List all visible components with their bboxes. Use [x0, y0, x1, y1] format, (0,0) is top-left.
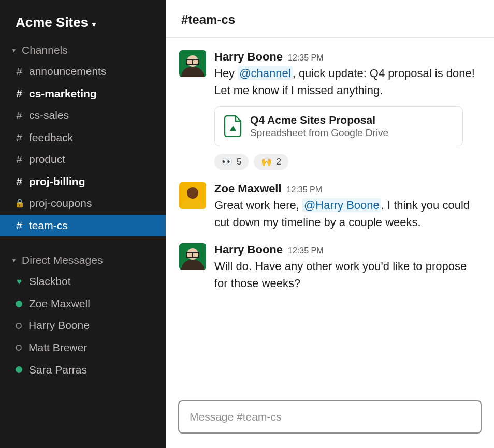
reaction-emoji: 🙌 [261, 156, 272, 167]
message-timestamp: 12:35 PM [287, 185, 322, 195]
reaction[interactable]: 👀5 [214, 154, 249, 170]
channel-item[interactable]: #team-cs [0, 215, 166, 237]
message-sender[interactable]: Zoe Maxwell [214, 182, 282, 196]
channel-item[interactable]: #cs-marketing [0, 83, 166, 105]
mention[interactable]: @Harry Boone [302, 198, 381, 212]
attachment-card[interactable]: Q4 Acme Sites ProposalSpreadsheet from G… [214, 106, 463, 146]
avatar[interactable] [179, 50, 206, 77]
channel-item-label: product [29, 151, 65, 168]
sidebar: Acme Sites ▾ ▼ Channels #announcements#c… [0, 0, 166, 448]
channel-header[interactable]: #team-cs [166, 0, 494, 38]
dm-item[interactable]: ♥Slackbot [0, 271, 166, 293]
message-text: Hey @channel, quick update: Q4 proposal … [214, 65, 477, 99]
composer [166, 393, 494, 448]
message-body: Harry Boone12:35 PMWill do. Have any oth… [214, 243, 477, 292]
hash-icon: # [14, 151, 24, 168]
dm-item-label: Matt Brewer [28, 339, 87, 356]
channel-name: #team-cs [181, 12, 235, 26]
message-body: Zoe Maxwell12:35 PMGreat work here, @Har… [214, 182, 477, 231]
dm-item-label: Slackbot [29, 273, 71, 290]
channel-item-label: proj-billing [29, 173, 85, 190]
reaction-count: 2 [276, 157, 281, 167]
mention[interactable]: @channel [238, 66, 292, 80]
message-text: Great work here, @Harry Boone. I think y… [214, 197, 477, 231]
hash-icon: # [14, 85, 24, 102]
message: Harry Boone12:35 PMWill do. Have any oth… [175, 235, 482, 296]
message-timestamp: 12:35 PM [288, 53, 323, 63]
dm-item[interactable]: Harry Boone [0, 315, 166, 337]
message: Harry Boone12:35 PMHey @channel, quick u… [175, 42, 482, 174]
channel-item-label: cs-marketing [29, 85, 97, 102]
avatar[interactable] [179, 182, 206, 209]
dm-item[interactable]: Zoe Maxwell [0, 293, 166, 315]
channel-item-label: feedback [29, 129, 73, 146]
google-drive-icon [224, 115, 242, 137]
message-timestamp: 12:35 PM [288, 246, 323, 256]
message-sender[interactable]: Harry Boone [214, 50, 283, 64]
message-text: Will do. Have any other work you'd like … [214, 258, 477, 292]
reaction-count: 5 [237, 157, 241, 167]
channel-item-label: announcements [29, 63, 106, 80]
message-sender[interactable]: Harry Boone [214, 243, 283, 257]
dm-list: ♥SlackbotZoe MaxwellHarry BooneMatt Brew… [0, 271, 166, 381]
channel-list: #announcements#cs-marketing#cs-sales#fee… [0, 61, 166, 236]
presence-indicator [16, 366, 22, 373]
hash-icon: # [14, 173, 24, 190]
chevron-down-icon: ▾ [92, 20, 96, 28]
channel-item-label: team-cs [29, 217, 68, 234]
attachment-title: Q4 Acme Sites Proposal [250, 114, 388, 126]
channel-item[interactable]: 🔒proj-coupons [0, 192, 166, 215]
channel-item[interactable]: #product [0, 148, 166, 171]
dm-item[interactable]: Matt Brewer [0, 337, 166, 359]
channel-item-label: cs-sales [29, 107, 69, 124]
message: Zoe Maxwell12:35 PMGreat work here, @Har… [175, 174, 482, 235]
hash-icon: # [14, 129, 24, 146]
channel-item[interactable]: #feedback [0, 127, 166, 149]
caret-down-icon: ▼ [11, 258, 18, 263]
presence-indicator [16, 323, 22, 329]
reaction-emoji: 👀 [222, 156, 233, 167]
reaction[interactable]: 🙌2 [254, 154, 288, 170]
hash-icon: # [14, 63, 24, 80]
dm-item-label: Harry Boone [28, 317, 90, 334]
presence-indicator [16, 345, 22, 351]
channel-item[interactable]: #cs-sales [0, 104, 166, 127]
main-panel: #team-cs Harry Boone12:35 PMHey @channel… [166, 0, 494, 448]
avatar[interactable] [179, 243, 206, 270]
dms-section-label: Direct Messages [22, 254, 103, 266]
dm-item[interactable]: Sara Parras [0, 359, 166, 381]
caret-down-icon: ▼ [11, 48, 18, 53]
lock-icon: 🔒 [14, 197, 24, 210]
dm-item-label: Zoe Maxwell [29, 295, 90, 312]
channel-item[interactable]: #announcements [0, 61, 166, 83]
workspace-name: Acme Sites [16, 14, 88, 31]
heart-icon: ♥ [14, 277, 24, 286]
channels-section-label: Channels [22, 44, 68, 56]
channel-item-label: proj-coupons [29, 195, 92, 212]
attachment-subtitle: Spreadsheet from Google Drive [250, 127, 388, 139]
dm-item-label: Sara Parras [29, 362, 87, 379]
presence-indicator [16, 301, 22, 307]
dms-section-header[interactable]: ▼ Direct Messages [0, 250, 166, 271]
hash-icon: # [14, 107, 24, 124]
message-list: Harry Boone12:35 PMHey @channel, quick u… [166, 38, 494, 393]
message-input[interactable] [178, 400, 482, 434]
message-body: Harry Boone12:35 PMHey @channel, quick u… [214, 50, 477, 170]
reaction-bar: 👀5🙌2 [214, 154, 477, 170]
hash-icon: # [14, 217, 24, 234]
channel-item[interactable]: #proj-billing [0, 171, 166, 193]
workspace-switcher[interactable]: Acme Sites ▾ [0, 4, 166, 40]
channels-section-header[interactable]: ▼ Channels [0, 40, 166, 61]
